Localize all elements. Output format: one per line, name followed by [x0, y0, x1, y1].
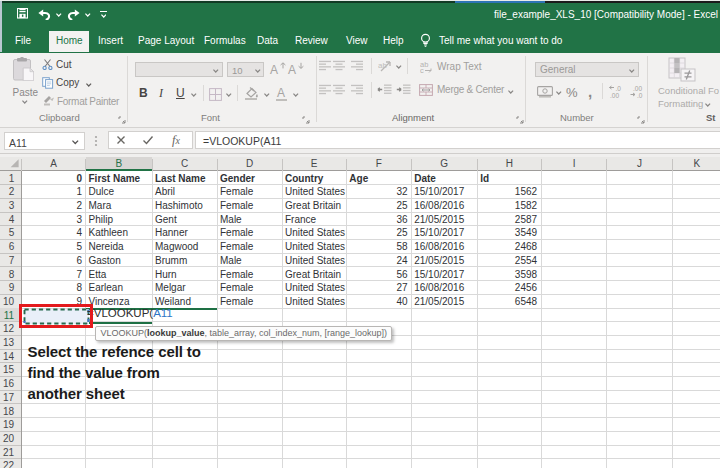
svg-text:ab: ab [378, 61, 387, 70]
svg-text:.00: .00 [610, 92, 619, 99]
svg-text:c: c [420, 66, 424, 73]
svg-text:.0: .0 [637, 92, 643, 99]
